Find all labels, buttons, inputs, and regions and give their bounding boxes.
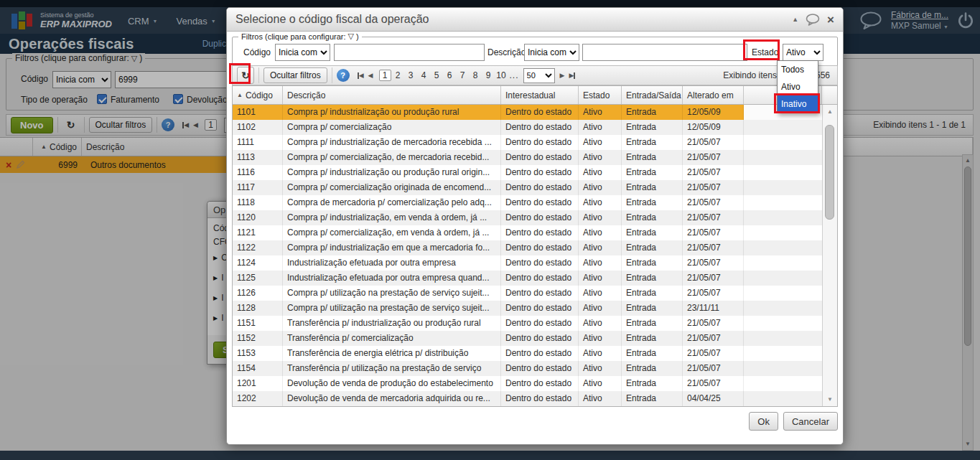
table-row[interactable]: 1201Devolução de venda de produção do es…: [233, 376, 837, 391]
table-row[interactable]: 1126Compra p/ utilização na prestação de…: [233, 286, 837, 301]
table-row[interactable]: 1153Transferência de energia elétrica p/…: [233, 346, 837, 361]
estado-option-todos[interactable]: Todos: [778, 61, 818, 78]
table-row[interactable]: 1124Industrialização efetuada por outra …: [233, 255, 837, 271]
modal-title-bar[interactable]: Selecione o código fiscal da operação ▲ …: [227, 8, 843, 32]
modal-footer: Ok Cancelar: [749, 412, 838, 431]
modal-descricao-input[interactable]: [582, 44, 747, 61]
table-row[interactable]: 1151Transferência p/ industrialização ou…: [233, 316, 837, 331]
table-row[interactable]: 1118Compra de mercadoria p/ comercializa…: [233, 195, 837, 210]
cell-descricao: Compra p/ comercialização: [283, 120, 501, 135]
table-row[interactable]: 1125Industrialização efetuada por outra …: [233, 271, 837, 286]
cell-entrada-saida: Entrada: [622, 120, 683, 135]
cell-descricao: Compra p/ utilização na prestação de ser…: [283, 286, 501, 301]
table-row[interactable]: 1113Compra p/ comercialização, de mercad…: [233, 150, 837, 165]
close-icon[interactable]: ×: [827, 14, 834, 26]
table-row[interactable]: 1117Compra p/ comercialização originada …: [233, 180, 837, 195]
col-alterado-em-label: Alterado em: [687, 90, 734, 100]
modal-descricao-operator-select[interactable]: Inicia com: [524, 44, 579, 61]
modal-codigo-operator-select[interactable]: Inicia com: [275, 44, 330, 61]
prev-page-icon[interactable]: ◀: [366, 72, 375, 79]
page-number[interactable]: 4: [418, 70, 430, 80]
pagination-ellipsis[interactable]: ...: [508, 70, 521, 80]
cell-descricao: Compra p/ comercialização originada de e…: [283, 180, 501, 195]
table-row[interactable]: 1116Compra p/ industrialização ou produç…: [233, 165, 837, 180]
cell-interestadual: Dentro do estado: [501, 331, 579, 346]
cell-codigo: 1120: [233, 210, 283, 225]
cell-codigo: 1153: [233, 346, 283, 361]
cell-codigo: 1117: [233, 180, 283, 195]
col-codigo[interactable]: ▲Código: [233, 86, 283, 104]
modal-estado-select[interactable]: Ativo: [783, 44, 823, 61]
cell-estado: Ativo: [579, 195, 622, 210]
modal-table-scrollbar[interactable]: ▲ ▼: [822, 105, 837, 406]
modal-ocultar-filtros-button[interactable]: Ocultar filtros: [263, 67, 327, 83]
table-row[interactable]: 1152Transferência p/ comercializaçãoDent…: [233, 331, 837, 346]
cell-codigo: 1122: [233, 240, 283, 255]
scroll-down-icon[interactable]: ▼: [823, 396, 837, 403]
estado-dropdown[interactable]: TodosAtivoInativo: [777, 60, 818, 113]
modal-page-size-select[interactable]: 50: [523, 68, 555, 83]
modal-descricao-label: Descrição: [487, 47, 526, 57]
cell-interestadual: Dentro do estado: [501, 316, 579, 331]
toolbar-separator: [332, 67, 332, 83]
table-row[interactable]: 1121Compra p/ comercialização, em venda …: [233, 225, 837, 240]
table-row[interactable]: 1122Compra p/ industrialização em que a …: [233, 240, 837, 255]
table-row[interactable]: 1111Compra p/ industrialização de mercad…: [233, 135, 837, 150]
next-page-icon[interactable]: ▶: [558, 72, 567, 79]
cell-alterado-em: 21/05/07: [683, 135, 744, 150]
page-number[interactable]: 2: [392, 70, 404, 80]
page-number[interactable]: 10: [495, 70, 508, 80]
col-interestadual[interactable]: Interestadual: [501, 86, 579, 104]
collapse-icon[interactable]: ▲: [792, 16, 798, 23]
estado-option-inativo[interactable]: Inativo: [778, 95, 818, 113]
modal-grid-toolbar: ↻ Ocultar filtros ? ◀ ◀ 12345678910... 5…: [232, 65, 838, 85]
cell-interestadual: Dentro do estado: [501, 346, 579, 361]
col-scrollbar-spacer: [822, 86, 837, 104]
cell-alterado-em: 23/11/11: [683, 301, 744, 316]
page-number[interactable]: 3: [405, 70, 417, 80]
scrollbar-thumb[interactable]: [825, 125, 834, 220]
modal-filters-legend[interactable]: Filtros (clique para configurar: ▽ ): [238, 32, 362, 41]
page-number[interactable]: 5: [431, 70, 443, 80]
cell-estado: Ativo: [579, 361, 622, 376]
cell-codigo: 1121: [233, 225, 283, 240]
cell-estado: Ativo: [579, 180, 622, 195]
cell-alterado-em: 21/05/07: [683, 180, 744, 195]
cell-interestadual: Dentro do estado: [501, 271, 579, 286]
cell-interestadual: Dentro do estado: [501, 165, 579, 180]
page-number[interactable]: 7: [457, 70, 469, 80]
cell-estado: Ativo: [579, 271, 622, 286]
cell-descricao: Transferência p/ utilização na prestação…: [283, 361, 501, 376]
table-row[interactable]: 1128Compra p/ utilização na prestação de…: [233, 301, 837, 316]
page-number[interactable]: 1: [379, 70, 391, 81]
table-row[interactable]: 1120Compra p/ industrialização, em venda…: [233, 210, 837, 225]
modal-title-icons: ▲ ×: [792, 14, 834, 26]
sort-asc-icon: ▲: [237, 92, 243, 98]
table-row[interactable]: 1102Compra p/ comercializaçãoDentro do e…: [233, 120, 837, 135]
page-number[interactable]: 6: [444, 70, 456, 80]
first-page-icon[interactable]: ◀: [355, 72, 366, 79]
table-row[interactable]: 1154Transferência p/ utilização na prest…: [233, 361, 837, 376]
modal-refresh-icon[interactable]: ↻: [237, 67, 254, 84]
cancel-button[interactable]: Cancelar: [783, 412, 838, 431]
table-row[interactable]: 1202Devolução de venda de mercadoria adq…: [233, 391, 837, 406]
cell-codigo: 1116: [233, 165, 283, 180]
table-row[interactable]: 1101Compra p/ industrialização ou produç…: [233, 105, 837, 120]
modal-codigo-input[interactable]: [334, 44, 485, 61]
modal-help-icon[interactable]: ?: [337, 69, 350, 82]
last-page-icon[interactable]: ▶: [566, 72, 577, 79]
col-descricao[interactable]: Descrição: [283, 86, 501, 104]
cell-entrada-saida: Entrada: [622, 376, 683, 391]
comment-bubble-icon[interactable]: [806, 14, 820, 26]
cell-codigo: 1102: [233, 120, 283, 135]
col-entrada-saida[interactable]: Entrada/Saída: [622, 86, 683, 104]
col-estado[interactable]: Estado: [579, 86, 622, 104]
cell-alterado-em: 04/04/25: [683, 391, 744, 406]
ok-button[interactable]: Ok: [749, 412, 778, 431]
estado-option-ativo[interactable]: Ativo: [778, 78, 818, 95]
page-number[interactable]: 9: [482, 70, 495, 80]
scroll-up-icon[interactable]: ▲: [823, 108, 837, 115]
col-alterado-em[interactable]: Alterado em: [683, 86, 744, 104]
cell-descricao: Compra p/ utilização na prestação de ser…: [283, 301, 501, 316]
page-number[interactable]: 8: [470, 70, 482, 80]
